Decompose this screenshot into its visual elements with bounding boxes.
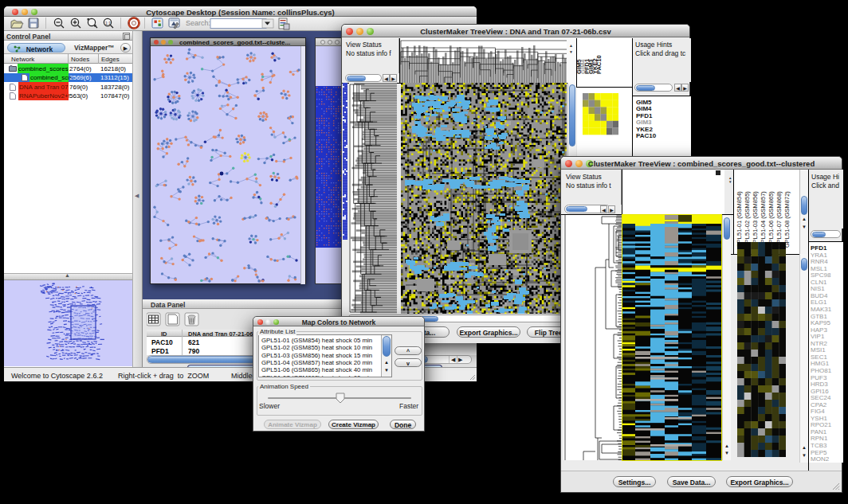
svg-text:1:1: 1:1 [105,21,111,25]
svg-text:Search:: Search: [186,19,210,27]
